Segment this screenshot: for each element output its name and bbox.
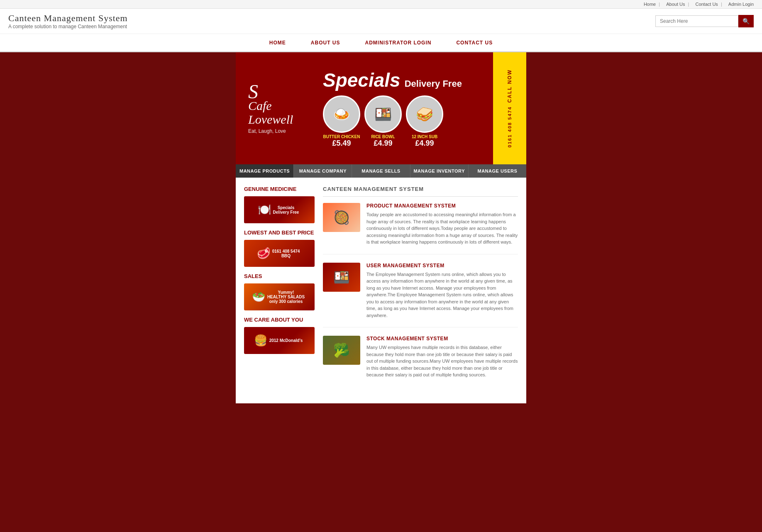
cafe-tagline: Eat, Laugh, Love <box>248 128 306 134</box>
site-title: Canteen Management System <box>8 13 128 24</box>
search-button[interactable]: 🔍 <box>738 15 754 27</box>
content-item-1: 🍱 USER MANAGEMENT SYSTEM The Employee Ma… <box>323 263 518 328</box>
content-desc-2: Many UW employees have multiple records … <box>366 344 518 378</box>
banner-headline: Specials Delivery Free <box>323 69 462 91</box>
food-emoji-0: 🍛 <box>333 106 350 122</box>
sidebar-img-0: 🍽️ SpecialsDelivery Free <box>244 196 315 223</box>
thumb-emoji-2: 🥦 <box>333 342 350 358</box>
food-item-2: 🥪 12 INCH SUB £4.99 <box>406 95 443 148</box>
sidebar-emoji-0: 🍽️ <box>258 203 271 216</box>
sidebar-banner-2: 🥗 Yummy!HEALTHY SALADSonly 300 calories <box>244 283 315 310</box>
food-item-0: 🍛 BUTTER CHICKEN £5.49 <box>323 95 360 148</box>
sidebar-emoji-2: 🥗 <box>252 290 265 303</box>
sidebar-title-1: LOWEST AND BEST PRICE <box>244 229 315 236</box>
tab-manage-company[interactable]: MANAGE COMPANY <box>294 164 352 178</box>
thumb-emoji-1: 🍱 <box>333 269 350 285</box>
mgmt-tabs: MANAGE PRODUCTS MANAGE COMPANY MANAGE SE… <box>236 164 526 178</box>
sidebar-minitext-0: SpecialsDelivery Free <box>271 203 301 217</box>
food-item-1: 🍱 RICE BOWL £4.99 <box>364 95 402 148</box>
sidebar-banner-3: 🍔 2012 McDonald's <box>244 327 315 354</box>
call-now-text: CALL NOW <box>507 69 513 102</box>
food-items: 🍛 BUTTER CHICKEN £5.49 🍱 RICE BOWL £4.99… <box>323 95 443 148</box>
about-toplink[interactable]: About Us <box>666 2 685 7</box>
food-emoji-2: 🥪 <box>416 106 433 122</box>
phone-number: 0161 408 5474 <box>507 106 512 147</box>
content-text-1: USER MANAGEMENT SYSTEM The Employee Mana… <box>366 263 518 319</box>
sidebar-minitext-3: 2012 McDonald's <box>267 336 305 345</box>
sidebar-banner-1: 🥩 0161 408 5474BBQ <box>244 240 315 267</box>
divider <box>323 196 518 197</box>
food-price-1: £4.99 <box>364 139 402 148</box>
contact-toplink[interactable]: Contact Us <box>695 2 718 7</box>
banner-right: CALL NOW 0161 408 5474 <box>493 52 526 164</box>
content-title-1: USER MANAGEMENT SYSTEM <box>366 263 518 268</box>
nav-admin[interactable]: ADMINISTRATOR LOGIN <box>361 34 436 51</box>
nav-contact[interactable]: CONTACT US <box>452 34 497 51</box>
content-title-2: STOCK MANAGEMENT SYSTEM <box>366 336 518 342</box>
content-title-0: PRODUCT MANAGEMENT SYSTEM <box>366 203 518 209</box>
search-bar: 🔍 <box>655 15 754 27</box>
food-circle-1: 🍱 <box>364 95 402 133</box>
main-nav: HOME ABOUT US ADMINISTRATOR LOGIN CONTAC… <box>0 34 762 52</box>
search-input[interactable] <box>655 15 738 27</box>
sidebar-title-2: SALES <box>244 273 315 279</box>
thumb-emoji-0: 🥘 <box>333 210 350 225</box>
brand: Canteen Management System A complete sol… <box>8 13 128 29</box>
sidebar-title-3: WE CARE ABOUT YOU <box>244 317 315 323</box>
right-content: CANTEEN MANAGEMENT SYSTEM 🥘 PRODUCT MANA… <box>323 186 518 395</box>
food-emoji-1: 🍱 <box>374 106 392 122</box>
food-name-2: 12 INCH SUB <box>406 134 443 139</box>
content-desc-0: Today people are accustomed to accessing… <box>366 211 518 246</box>
food-name-1: RICE BOWL <box>364 134 402 139</box>
sidebar-minitext-2: Yummy!HEALTHY SALADSonly 300 calories <box>265 288 307 306</box>
cafe-name: CafeLovewell <box>248 99 306 126</box>
food-price-2: £4.99 <box>406 139 443 148</box>
food-circle-2: 🥪 <box>406 95 443 133</box>
home-toplink[interactable]: Home <box>644 2 656 7</box>
site-subtitle: A complete solution to manage Canteen Ma… <box>8 24 128 29</box>
sidebar-emoji-1: 🥩 <box>257 247 270 260</box>
content-text-0: PRODUCT MANAGEMENT SYSTEM Today people a… <box>366 203 518 246</box>
content-section: GENUINE MEDICINE 🍽️ SpecialsDelivery Fre… <box>236 178 526 403</box>
sidebar-minitext-1: 0161 408 5474BBQ <box>270 247 302 260</box>
content-thumb-1: 🍱 <box>323 263 360 292</box>
banner: S CafeLovewell Eat, Laugh, Love Specials… <box>236 52 526 164</box>
food-circle-0: 🍛 <box>323 95 360 133</box>
tab-manage-inventory[interactable]: MANAGE INVENTORY <box>410 164 469 178</box>
banner-center: Specials Delivery Free 🍛 BUTTER CHICKEN … <box>319 65 493 152</box>
sidebar-banner-0: 🍽️ SpecialsDelivery Free <box>244 196 315 223</box>
admin-toplink[interactable]: Admin Login <box>728 2 754 7</box>
canteen-section-title: CANTEEN MANAGEMENT SYSTEM <box>323 186 518 192</box>
sidebar-img-2: 🥗 Yummy!HEALTHY SALADSonly 300 calories <box>244 283 315 310</box>
top-bar: Home | About Us | Contact Us | Admin Log… <box>0 0 762 9</box>
content-thumb-2: 🥦 <box>323 336 360 365</box>
sidebar-emoji-3: 🍔 <box>254 334 267 347</box>
sidebar-title-0: GENUINE MEDICINE <box>244 186 315 192</box>
delivery-text: Delivery Free <box>405 78 462 89</box>
tab-manage-users[interactable]: MANAGE USERS <box>469 164 526 178</box>
banner-left: S CafeLovewell Eat, Laugh, Love <box>236 74 319 142</box>
content-desc-1: The Employee Management System runs onli… <box>366 271 518 319</box>
content-text-2: STOCK MANAGEMENT SYSTEM Many UW employee… <box>366 336 518 378</box>
content-item-2: 🥦 STOCK MANAGEMENT SYSTEM Many UW employ… <box>323 336 518 387</box>
main-wrapper: S CafeLovewell Eat, Laugh, Love Specials… <box>236 52 526 403</box>
nav-about[interactable]: ABOUT US <box>307 34 344 51</box>
nav-home[interactable]: HOME <box>265 34 290 51</box>
food-price-0: £5.49 <box>323 139 360 148</box>
tab-manage-products[interactable]: MANAGE PRODUCTS <box>236 164 294 178</box>
specials-text: Specials <box>323 69 401 91</box>
food-name-0: BUTTER CHICKEN <box>323 134 360 139</box>
cafe-logo-s: S <box>248 83 306 100</box>
content-thumb-0: 🥘 <box>323 203 360 232</box>
left-sidebar: GENUINE MEDICINE 🍽️ SpecialsDelivery Fre… <box>244 186 315 395</box>
sidebar-img-1: 🥩 0161 408 5474BBQ <box>244 240 315 267</box>
sidebar-img-3: 🍔 2012 McDonald's <box>244 327 315 354</box>
tab-manage-sells[interactable]: MANAGE SELLS <box>352 164 410 178</box>
header: Canteen Management System A complete sol… <box>0 9 762 34</box>
content-item-0: 🥘 PRODUCT MANAGEMENT SYSTEM Today people… <box>323 203 518 254</box>
